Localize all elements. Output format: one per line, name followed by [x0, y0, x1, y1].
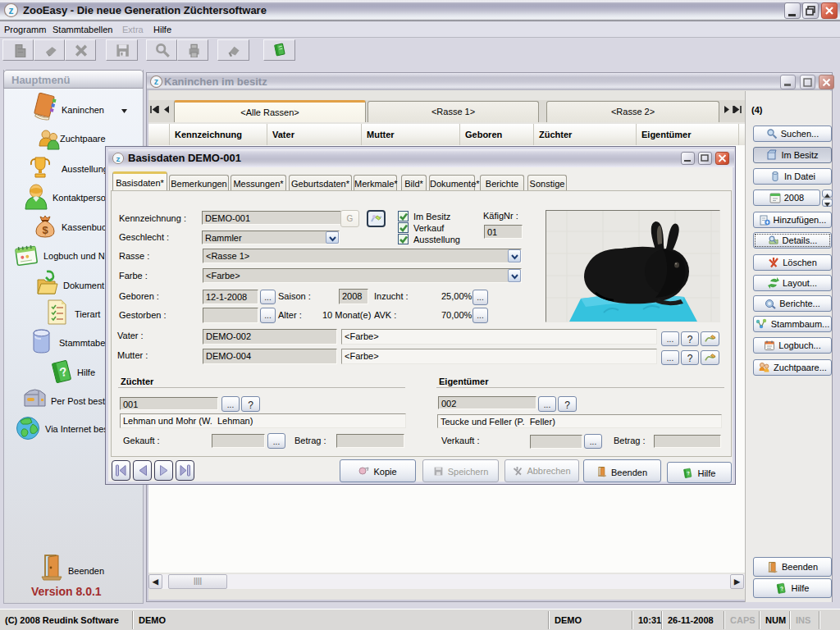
svg-text:z: z [154, 76, 158, 86]
svg-text:$: $ [42, 224, 48, 236]
svg-text:z: z [116, 154, 121, 163]
